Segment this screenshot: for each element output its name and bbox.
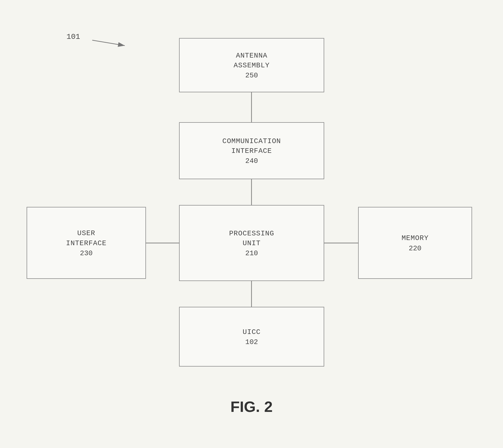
communication-interface-block: COMMUNICATION INTERFACE 240 (179, 122, 324, 179)
processing-unit-block: PROCESSING UNIT 210 (179, 205, 324, 281)
processing-number: 210 (245, 249, 258, 257)
figure-label: FIG. 2 (230, 398, 273, 415)
memory-number: 220 (409, 244, 422, 253)
communication-number: 240 (245, 157, 258, 165)
user-interface-number: 230 (80, 249, 93, 257)
processing-label: PROCESSING UNIT (229, 229, 274, 248)
memory-block: MEMORY 220 (358, 207, 472, 279)
memory-label: MEMORY (402, 233, 429, 243)
communication-label: COMMUNICATION INTERFACE (222, 136, 281, 156)
user-interface-block: USER INTERFACE 230 (27, 207, 146, 279)
svg-line-1 (92, 40, 125, 46)
uicc-number: 102 (245, 338, 258, 346)
antenna-assembly-block: ANTENNA ASSEMBLY 250 (179, 38, 324, 92)
diagram: 101 ANTENNA ASSEMBLY 250 COMMUNICATION I… (0, 0, 503, 448)
antenna-number: 250 (245, 71, 258, 80)
user-interface-label: USER INTERFACE (66, 228, 106, 248)
uicc-block: UICC 102 (179, 307, 324, 367)
reference-label: 101 (66, 33, 80, 41)
antenna-label: ANTENNA ASSEMBLY (234, 51, 270, 71)
uicc-label: UICC (243, 327, 260, 337)
